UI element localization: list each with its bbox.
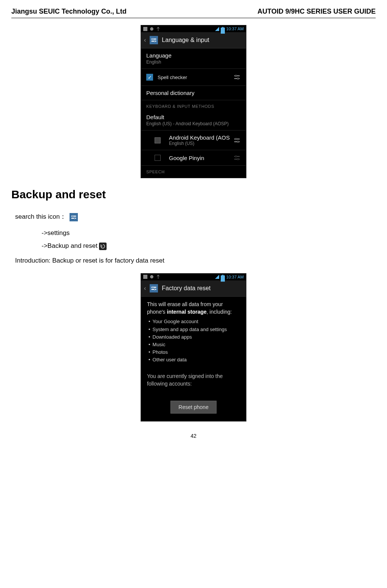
android-icon [150,275,154,279]
step-settings: ->settings [42,229,376,237]
row-android-keyboard[interactable]: Android Keyboard (AOS English (US) [141,131,246,150]
reset-phone-button[interactable]: Reset phone [170,401,216,414]
svg-point-30 [152,286,154,288]
internal-storage-text: internal storage [167,309,207,315]
svg-rect-3 [222,27,223,28]
svg-point-31 [154,289,156,290]
bullet-text: Music [153,341,166,348]
svg-rect-24 [143,275,147,279]
sliders-disabled-icon [233,154,241,162]
svg-point-11 [237,78,239,79]
svg-point-15 [237,141,239,142]
signal-icon [215,27,219,31]
svg-point-1 [150,27,153,31]
screen-titlebar[interactable]: ‹ Language & input [141,32,246,48]
svg-point-10 [235,75,237,76]
row-personal-dictionary[interactable]: Personal dictionary [141,86,246,100]
status-right: 10:37 AM [215,26,244,31]
header-left: Jiangsu SEUIC Technology Co., Ltd [11,8,127,16]
status-left-icons [143,275,160,279]
row-google-pinyin[interactable]: Google Pinyin [141,150,246,166]
gallery-icon [143,27,147,31]
clock-text: 10:37 AM [226,275,244,279]
status-bar: 10:37 AM [141,25,246,32]
settings-app-icon [150,36,158,44]
screenshot-factory-reset: 10:37 AM ‹ Factory data reset This will … [11,273,376,422]
section-heading: Backup and reset [11,188,376,201]
settings-app-icon [150,284,158,292]
svg-rect-26 [221,275,225,282]
bullet-item: Photos [149,348,240,356]
row-language[interactable]: Language English [141,48,246,69]
page-header: Jiangsu SEUIC Technology Co., Ltd AUTOID… [11,8,376,18]
svg-point-23 [74,218,75,219]
header-right: AUTOID 9/9HC SERIES USER GUIDE [257,8,376,16]
screen-title: Language & input [162,37,209,44]
checkbox-dim-icon [155,137,161,143]
clock-text: 10:37 AM [226,26,244,31]
screenshot-language-input: 10:37 AM ‹ Language & input Language Eng… [11,25,376,178]
row-spell-checker[interactable]: ✓ Spell checker [141,69,246,86]
bullet-item: Your Google account [149,318,240,325]
step-backup-reset: ->Backup and reset [42,242,376,250]
bullet-item: System and app data and settings [149,326,240,333]
settings-sliders-icon [70,213,78,221]
battery-icon [221,27,225,31]
bullet-item: Music [149,341,240,348]
pinyin-label: Google Pinyin [169,155,204,161]
svg-point-6 [152,38,154,40]
page-number: 42 [11,433,376,439]
bullet-text: System and app data and settings [153,326,227,333]
screen-title: Factory data reset [162,285,211,292]
svg-point-18 [235,156,237,157]
signed-in-text: You are currently signed into the follow… [141,367,246,400]
dictionary-label: Personal dictionary [146,90,241,96]
phone-frame: 10:37 AM ‹ Factory data reset This will … [141,273,246,422]
checkbox-checked-icon[interactable]: ✓ [146,74,153,81]
svg-point-25 [150,275,153,278]
android-icon [150,27,154,31]
svg-rect-27 [222,275,223,275]
status-right: 10:37 AM [215,275,244,279]
usb-icon [156,27,160,31]
reset-button-wrap: Reset phone [141,401,246,421]
erase-description: This will erase all data from your phone… [141,297,246,317]
checkbox-empty-icon[interactable] [155,155,161,161]
section-speech: SPEECH [141,166,246,178]
row-default-keyboard[interactable]: Default English (US) - Android Keyboard … [141,110,246,131]
search-icon-line: search this icon： [15,212,376,222]
bullet-text: Other user data [153,356,187,364]
usb-icon [156,275,160,279]
back-icon[interactable]: ‹ [144,37,146,44]
status-left-icons [143,27,160,31]
bullet-item: Downloaded apps [149,333,240,341]
phone-frame: 10:37 AM ‹ Language & input Language Eng… [141,25,246,178]
default-label: Default [146,114,241,120]
default-value: English (US) - Android Keyboard (AOSP) [146,121,241,126]
svg-rect-2 [221,27,225,33]
svg-point-14 [235,138,237,140]
bullet-text: Photos [153,348,168,356]
svg-point-22 [72,215,74,217]
svg-point-7 [154,40,156,42]
battery-icon [221,275,225,279]
step-backup-text: ->Backup and reset [42,242,98,249]
svg-point-19 [237,159,239,160]
erase-line2: , including: [207,309,232,315]
bullet-text: Downloaded apps [153,333,192,341]
language-value: English [146,59,241,65]
section-keyboard-methods: KEYBOARD & INPUT METHODS [141,100,246,110]
bullet-item: Other user data [149,356,240,364]
intro-text: Introduction: Backup or reset is for fac… [15,255,376,266]
bullet-text: Your Google account [153,318,198,325]
erase-bullets: Your Google account System and app data … [141,317,246,367]
back-icon[interactable]: ‹ [144,285,146,292]
sliders-icon[interactable] [233,73,241,81]
screen-titlebar[interactable]: ‹ Factory data reset [141,280,246,297]
aosp-label: Android Keyboard (AOS [169,134,230,141]
gallery-icon [143,275,147,279]
spell-label: Spell checker [158,75,187,80]
svg-rect-0 [143,27,147,31]
language-label: Language [146,52,241,59]
sliders-icon[interactable] [233,137,241,144]
